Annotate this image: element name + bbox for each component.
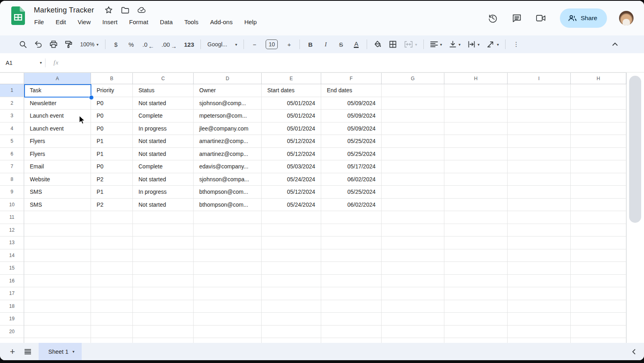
cell-B2[interactable]: P0 bbox=[91, 97, 133, 110]
cell-C1[interactable]: Status bbox=[133, 84, 194, 97]
cell-H19[interactable] bbox=[444, 313, 508, 326]
cell-B14[interactable] bbox=[91, 249, 133, 262]
cell-G20[interactable] bbox=[382, 326, 444, 338]
col-header-A-0[interactable]: A bbox=[24, 73, 91, 84]
cell-F8[interactable]: 06/02/2024 bbox=[321, 173, 382, 186]
cell-F16[interactable] bbox=[321, 275, 382, 288]
font-size-button[interactable]: 10 bbox=[263, 38, 280, 50]
cell-B19[interactable] bbox=[91, 313, 133, 326]
cell-C18[interactable] bbox=[133, 300, 194, 313]
cell-G14[interactable] bbox=[382, 249, 444, 262]
cell-D4[interactable]: jlee@company.com bbox=[194, 122, 262, 135]
cell-H8[interactable] bbox=[571, 173, 626, 186]
cell-C11[interactable] bbox=[133, 211, 194, 224]
cell-B8[interactable]: P2 bbox=[91, 173, 133, 186]
cell-H5[interactable] bbox=[571, 135, 626, 148]
menu-edit[interactable]: Edit bbox=[55, 18, 66, 26]
cell-H10[interactable] bbox=[444, 199, 508, 212]
cell-I3[interactable] bbox=[508, 110, 571, 122]
open-side-panel-button[interactable] bbox=[624, 343, 644, 360]
cell-H19[interactable] bbox=[571, 313, 626, 326]
cell-I14[interactable] bbox=[508, 249, 571, 262]
cell-A12[interactable] bbox=[24, 224, 91, 237]
share-button[interactable]: Share bbox=[560, 8, 607, 28]
cell-D15[interactable] bbox=[194, 262, 262, 275]
cell-H4[interactable] bbox=[444, 122, 508, 135]
cell-G12[interactable] bbox=[382, 224, 444, 237]
text-rotation-button[interactable]: ▾ bbox=[484, 38, 501, 50]
row-header-2[interactable]: 2 bbox=[0, 97, 24, 110]
cell-H15[interactable] bbox=[571, 262, 626, 275]
cell-A6[interactable]: Flyers bbox=[24, 148, 91, 161]
cell-A16[interactable] bbox=[24, 275, 91, 288]
cell-F18[interactable] bbox=[321, 300, 382, 313]
row-header-19[interactable]: 19 bbox=[0, 313, 24, 326]
cell-I17[interactable] bbox=[508, 287, 571, 300]
cell-G9[interactable] bbox=[382, 186, 444, 199]
cell-H7[interactable] bbox=[571, 160, 626, 173]
cell-A19[interactable] bbox=[24, 313, 91, 326]
cell-G5[interactable] bbox=[382, 135, 444, 148]
cell-E15[interactable] bbox=[262, 262, 321, 275]
cell-E7[interactable]: 05/03/2024 bbox=[262, 160, 321, 173]
cell-H9[interactable] bbox=[444, 186, 508, 199]
borders-button[interactable] bbox=[386, 38, 399, 50]
col-header-H-7[interactable]: H bbox=[444, 73, 508, 84]
cell-B20[interactable] bbox=[91, 326, 133, 338]
cell-H9[interactable] bbox=[571, 186, 626, 199]
cell-G18[interactable] bbox=[382, 300, 444, 313]
menu-view[interactable]: View bbox=[77, 18, 91, 26]
cell-G4[interactable] bbox=[382, 122, 444, 135]
cell-C12[interactable] bbox=[133, 224, 194, 237]
cell-B7[interactable]: P0 bbox=[91, 160, 133, 173]
comments-icon[interactable] bbox=[512, 13, 522, 23]
cell-G15[interactable] bbox=[382, 262, 444, 275]
cell-E2[interactable]: 05/01/2024 bbox=[262, 97, 321, 110]
cell-I11[interactable] bbox=[508, 211, 571, 224]
row-header-17[interactable]: 17 bbox=[0, 287, 24, 300]
menu-file[interactable]: File bbox=[34, 18, 44, 26]
cell-H17[interactable] bbox=[444, 287, 508, 300]
cell-D16[interactable] bbox=[194, 275, 262, 288]
vertical-scrollbar[interactable] bbox=[626, 73, 644, 344]
cell-C15[interactable] bbox=[133, 262, 194, 275]
cell-G10[interactable] bbox=[382, 199, 444, 212]
cell-A15[interactable] bbox=[24, 262, 91, 275]
cell-C13[interactable] bbox=[133, 236, 194, 249]
cell-C8[interactable]: Not started bbox=[133, 173, 194, 186]
cell-F9[interactable]: 05/25/2024 bbox=[321, 186, 382, 199]
cell-I12[interactable] bbox=[508, 224, 571, 237]
cell-F17[interactable] bbox=[321, 287, 382, 300]
cell-F15[interactable] bbox=[321, 262, 382, 275]
row-header-13[interactable]: 13 bbox=[0, 236, 24, 249]
cell-E1[interactable]: Start dates bbox=[262, 84, 321, 97]
print-button[interactable] bbox=[47, 38, 60, 50]
cell-A8[interactable]: Website bbox=[24, 173, 91, 186]
decrease-decimal-button[interactable]: .0← bbox=[140, 38, 157, 50]
cell-G17[interactable] bbox=[382, 287, 444, 300]
cell-F5[interactable]: 05/25/2024 bbox=[321, 135, 382, 148]
cell-E5[interactable]: 05/12/2024 bbox=[262, 135, 321, 148]
cell-D20[interactable] bbox=[194, 326, 262, 338]
row-header-12[interactable]: 12 bbox=[0, 224, 24, 237]
cell-C16[interactable] bbox=[133, 275, 194, 288]
cell-H7[interactable] bbox=[444, 160, 508, 173]
cell-F14[interactable] bbox=[321, 249, 382, 262]
cell-H15[interactable] bbox=[444, 262, 508, 275]
merge-cells-button[interactable]: ▾ bbox=[402, 38, 419, 50]
row-header-20[interactable]: 20 bbox=[0, 326, 24, 338]
cell-D2[interactable]: sjohnson@comp... bbox=[194, 97, 262, 110]
row-header-7[interactable]: 7 bbox=[0, 160, 24, 173]
cell-A2[interactable]: Newsletter bbox=[24, 97, 91, 110]
paint-format-button[interactable] bbox=[62, 38, 75, 50]
cell-B9[interactable]: P1 bbox=[91, 186, 133, 199]
cell-I20[interactable] bbox=[508, 326, 571, 338]
cell-C6[interactable]: Not started bbox=[133, 148, 194, 161]
row-header-14[interactable]: 14 bbox=[0, 249, 24, 262]
cell-H3[interactable] bbox=[571, 110, 626, 122]
menu-add-ons[interactable]: Add-ons bbox=[210, 18, 233, 26]
cell-C17[interactable] bbox=[133, 287, 194, 300]
cell-F1[interactable]: End dates bbox=[321, 84, 382, 97]
grid-corner[interactable] bbox=[0, 73, 24, 84]
col-header-D-3[interactable]: D bbox=[194, 73, 262, 84]
